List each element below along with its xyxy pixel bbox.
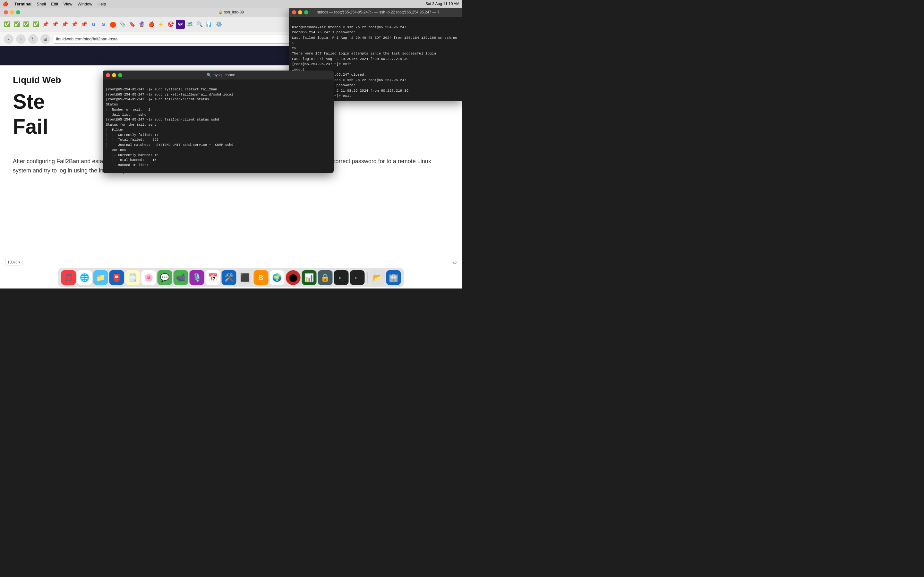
toolbar-icon-12[interactable]: 🔮: [137, 20, 146, 29]
zoom-dropdown-icon[interactable]: ▾: [18, 260, 20, 264]
terminal-max-btn[interactable]: [304, 10, 309, 15]
menu-window[interactable]: Window: [78, 2, 92, 6]
dock-iterm[interactable]: >_: [350, 270, 365, 285]
dock-misc1[interactable]: 📂: [370, 270, 385, 285]
terminal-small-min-btn[interactable]: [112, 73, 116, 77]
apple-menu[interactable]: 🍎: [3, 1, 8, 6]
back-button[interactable]: ‹: [4, 34, 13, 44]
terminal-small-max-btn[interactable]: [118, 73, 122, 77]
dock-b-icon[interactable]: B: [254, 270, 268, 285]
toolbar-icon-7[interactable]: 📌: [60, 20, 69, 29]
toolbar-icon-9[interactable]: 📌: [79, 20, 89, 29]
toolbar-icon-2[interactable]: ✅: [12, 20, 21, 29]
toolbar-icon-18[interactable]: 📊: [205, 20, 214, 29]
maximize-button[interactable]: [16, 10, 20, 15]
menu-edit[interactable]: Edit: [51, 2, 58, 6]
terminal-small-content: [root@65-254-95-247 ~]# sudo systemctl r…: [106, 87, 233, 173]
dock-chrome[interactable]: 🌍: [270, 270, 284, 285]
toolbar-icon-vp[interactable]: VP: [176, 20, 185, 29]
dock-mail[interactable]: 📮: [110, 270, 124, 285]
toolbar-icon-16[interactable]: 🗺️: [186, 20, 194, 29]
toolbar-icon-4[interactable]: ✅: [31, 20, 40, 29]
forward-button[interactable]: ›: [16, 34, 26, 44]
reload-button[interactable]: ↻: [28, 34, 38, 44]
toolbar-icon-14[interactable]: ⚡: [157, 20, 166, 29]
menu-terminal[interactable]: Terminal: [15, 2, 31, 6]
terminal-small-close-btn[interactable]: [106, 73, 110, 77]
terminal-title-text: htdocs — root@65-254-95-247:~ — ssh -p 2…: [317, 10, 443, 15]
dock-notes[interactable]: 🗒️: [126, 270, 140, 285]
dock-photos[interactable]: 🌸: [142, 270, 156, 285]
toolbar-icon-15[interactable]: 🎯: [166, 20, 175, 29]
terminal-main-title-bar: htdocs — root@65-254-95-247:~ — ssh -p 2…: [289, 8, 462, 17]
toolbar-icon-google1[interactable]: G: [89, 20, 98, 29]
dock-podcast[interactable]: 🎙️: [190, 270, 204, 285]
dock-apps[interactable]: ⬛: [238, 270, 252, 285]
toolbar-icon-13[interactable]: 🍎: [147, 20, 156, 29]
dock-misc2[interactable]: 🏢: [386, 270, 401, 285]
toolbar-icon-6[interactable]: 📌: [51, 20, 60, 29]
toolbar-icon-google2[interactable]: G: [99, 20, 108, 29]
toolbar-icon-10[interactable]: 📎: [118, 20, 127, 29]
toolbar-icon-11[interactable]: 🔖: [128, 20, 137, 29]
dock-messages[interactable]: 💬: [158, 270, 172, 285]
toolbar-icon-3[interactable]: ✅: [22, 20, 31, 29]
dock-safari[interactable]: 🌐: [78, 270, 92, 285]
dock-calendar[interactable]: 📅: [206, 270, 220, 285]
toolbar-icon-19[interactable]: ⚙️: [214, 20, 223, 29]
menu-help[interactable]: Help: [97, 2, 106, 6]
menu-bar-right: Sat 3 Aug 11:10 AM: [425, 2, 459, 6]
terminal-small-body[interactable]: [root@65-254-95-247 ~]# sudo systemctl r…: [103, 79, 334, 173]
toolbar-icon-1[interactable]: ✅: [3, 20, 11, 29]
menu-bar: 🍎 Terminal Shell Edit View Window Help S…: [0, 0, 462, 8]
terminal-close-btn[interactable]: [292, 10, 296, 15]
url-text: liquidweb.com/blog/fail2ban-insta: [56, 37, 118, 41]
toolbar-icon-8[interactable]: 📌: [70, 20, 79, 29]
terminal-small-title-bar: 🔍 mysql_conne...: [103, 71, 334, 79]
dock-separator: [367, 272, 368, 284]
terminal-small-title-text: 🔍 mysql_conne...: [207, 73, 238, 77]
toolbar-icon-reddit[interactable]: ⬤: [108, 20, 118, 29]
zoom-level: 100% ▾: [5, 259, 23, 266]
search-overlay[interactable]: ⌕: [453, 258, 457, 266]
menu-shell[interactable]: Shell: [37, 2, 46, 6]
dock-spreadsheet[interactable]: 📊: [302, 270, 317, 285]
dock-facetime[interactable]: 📹: [174, 270, 188, 285]
dock-terminal[interactable]: >_: [334, 270, 349, 285]
dock-lock[interactable]: 🔒: [318, 270, 333, 285]
browser-title-text: 🔒 ssh_info-89: [218, 10, 244, 15]
dock-music[interactable]: 🎵: [61, 270, 76, 285]
dock-xcode[interactable]: 🛠️: [222, 270, 236, 285]
terminal-min-btn[interactable]: [298, 10, 302, 15]
settings-button[interactable]: ⊞: [40, 34, 50, 44]
minimize-button[interactable]: [10, 10, 14, 15]
toolbar-icon-17[interactable]: 🔍: [195, 20, 204, 29]
system-time: Sat 3 Aug 11:10 AM: [425, 2, 459, 6]
dock-finder[interactable]: 📁: [94, 270, 108, 285]
menu-view[interactable]: View: [63, 2, 73, 6]
dock-red-icon[interactable]: ⬤: [286, 270, 300, 285]
menu-bar-left: 🍎 Terminal Shell Edit View Window Help: [3, 1, 106, 6]
terminal-small: 🔍 mysql_conne... [root@65-254-95-247 ~]#…: [103, 71, 334, 173]
close-button[interactable]: [4, 10, 8, 15]
toolbar-icon-5[interactable]: 📌: [41, 20, 50, 29]
dock: 🎵 🌐 📁 📮 🗒️ 🌸 💬 📹 🎙️ 📅 🛠️ ⬛ B 🌍 ⬤ 📊 🔒 >_ …: [58, 268, 404, 287]
window-controls: [4, 10, 20, 15]
